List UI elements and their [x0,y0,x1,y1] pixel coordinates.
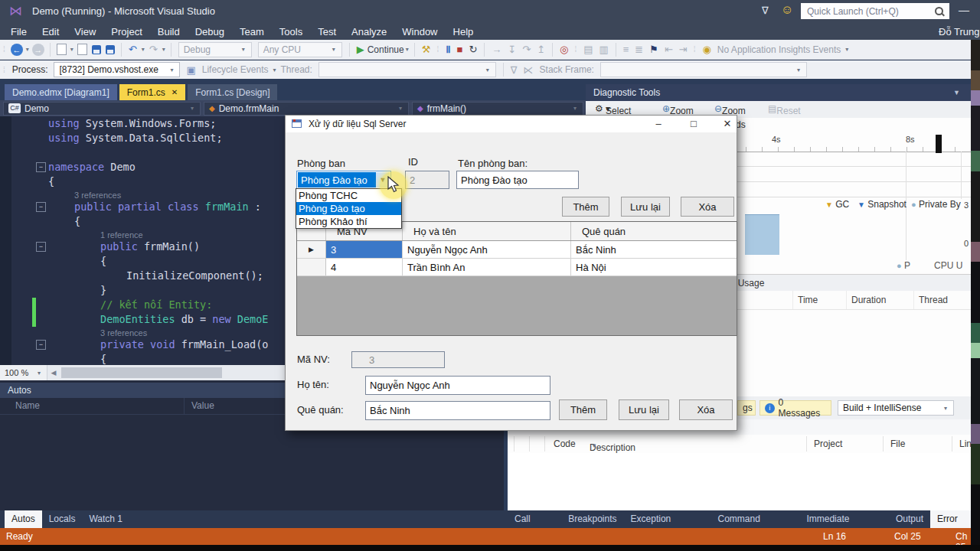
undo-icon[interactable]: ↶ [129,44,137,55]
step-into-icon[interactable]: ↧ [508,44,516,55]
redo-dropdown-icon[interactable]: ▾ [162,46,165,53]
bookmark-icon[interactable]: ⚑ [649,44,658,55]
stack-frame-select[interactable]: ▾ [600,62,807,77]
description-sort-icon[interactable]: ▼ [591,442,597,449]
lifecycle-events-button[interactable]: Lifecycle Events [202,64,269,75]
step-over-icon[interactable]: ↷ [522,44,531,55]
grid-cell[interactable]: Bắc Ninh [571,241,737,258]
member-select[interactable]: ◆frmMain() ▾ [412,102,583,116]
ma-nv-field[interactable]: 3 [351,351,445,368]
column-code[interactable]: Code [554,439,576,449]
column-time[interactable]: Time [798,295,818,305]
lifecycle-dropdown-icon[interactable]: ▾ [273,67,276,73]
column-file[interactable]: File [890,439,905,449]
new-file-dropdown-icon[interactable]: ▾ [70,46,74,53]
tab-locals[interactable]: Locals [42,510,83,528]
error-source-filter-select[interactable]: Build + IntelliSense ▾ [838,400,954,416]
redo-icon[interactable]: ↷ [149,44,158,55]
menu-view[interactable]: View [67,26,103,37]
project-select[interactable]: C#Demo ▾ [3,102,201,116]
xoa-button-bottom[interactable]: Xóa [679,399,733,420]
menu-help[interactable]: Help [446,26,482,37]
table-row[interactable]: ▶3Nguyễn Ngọc AnhBắc Ninh [297,241,737,259]
dialog-title-bar[interactable]: Xử lý dữ liệu Sql Server – □ ✕ [286,116,737,132]
column-duration[interactable]: Duration [851,295,886,305]
fold-toggle-icon[interactable]: − [36,242,46,252]
save-icon[interactable] [92,45,101,54]
dropdown-item[interactable]: Phòng Đào tạo [296,202,401,215]
insights-dropdown-icon[interactable]: ▾ [845,46,848,53]
tab-call-stack[interactable]: Call Stack [508,510,561,528]
solution-platform-select[interactable]: Any CPU▾ [258,42,342,57]
menu-debug[interactable]: Debug [188,26,232,37]
phong-ban-combobox[interactable]: Phòng Đào tạo ▼ [296,171,391,189]
toolbar-grip[interactable]: ⁞ [3,45,6,54]
grid-cell[interactable]: Trần Bình An [403,259,571,276]
them-button-top[interactable]: Thêm [562,197,609,217]
tab-autos[interactable]: Autos [5,510,42,528]
menu-test[interactable]: Test [310,26,344,37]
panel-dropdown-icon[interactable]: ▼ [953,84,960,101]
xoa-button-top[interactable]: Xóa [681,197,734,217]
grid-cell[interactable]: Hà Nội [571,259,737,276]
grid-cell[interactable]: Nguyễn Ngọc Anh [403,241,571,258]
continue-play-icon[interactable]: ▶ [357,44,364,55]
filter-flag-icon[interactable]: ∇ [511,64,518,76]
fold-toggle-icon[interactable]: − [36,162,46,172]
tab-immediate-window[interactable]: Immediate Window [799,510,889,528]
tab-watch-1[interactable]: Watch 1 [82,510,129,528]
dropdown-item[interactable]: Phòng Khảo thí [296,215,401,228]
list-alt-icon[interactable]: ▥ [599,44,608,55]
quick-launch-input[interactable]: Quick Launch (Ctrl+Q) [801,3,949,19]
editor-zoom-select[interactable]: 100 %▾ [0,365,47,380]
next-bookmark-icon[interactable]: ⇥ [679,44,688,55]
save-all-icon[interactable] [106,45,115,54]
stop-debugging-icon[interactable]: ■ [457,44,463,55]
menu-edit[interactable]: Edit [34,26,67,37]
undo-dropdown-icon[interactable]: ▾ [142,46,145,53]
table-row[interactable]: 4Trần Bình AnHà Nội [297,259,737,276]
menu-tools[interactable]: Tools [272,26,310,37]
attach-icon[interactable]: ⚒ [422,44,431,55]
id-field[interactable]: 2 [405,171,449,189]
indent-icon[interactable]: ≡ [623,44,629,55]
dialog-minimize-button[interactable]: – [647,117,670,131]
grid-cell[interactable]: 4 [326,259,403,276]
tab-demo-edmx[interactable]: Demo.edmx [Diagram1] [5,84,117,100]
fold-toggle-icon[interactable]: − [36,340,46,350]
menu-window[interactable]: Window [394,26,445,37]
restart-icon[interactable]: ↻ [469,44,477,55]
menu-analyze[interactable]: Analyze [344,26,394,37]
zoom-out-button[interactable]: ⊖ Zoom Out [714,103,722,114]
warnings-filter-fragment[interactable]: gs [737,400,756,416]
select-tools-button[interactable]: ⚙ Select Tools ▾ [595,103,610,114]
column-line[interactable]: Lin [959,439,972,449]
outdent-icon[interactable]: ≣ [635,44,643,55]
continue-dropdown-icon[interactable]: ▾ [406,46,409,53]
autos-column-value[interactable]: Value [191,400,214,411]
thread-select[interactable]: ▾ [318,62,496,77]
navigate-back-icon[interactable]: ← [11,44,23,56]
step-out-icon[interactable]: ↥ [537,44,545,55]
show-next-statement-icon[interactable]: → [492,44,501,55]
dialog-maximize-button[interactable]: □ [682,117,705,131]
ten-phong-ban-field[interactable]: Phòng Đào tạo [456,171,579,189]
navigate-back-dropdown-icon[interactable]: ▾ [26,46,29,53]
menu-project[interactable]: Project [103,26,149,37]
column-que-quan[interactable]: Quê quán [571,222,737,240]
luu-lai-button-bottom[interactable]: Lưu lại [619,399,669,420]
menu-file[interactable]: File [3,26,34,37]
feedback-smiley-icon[interactable]: ☺ [781,3,793,17]
diagnostic-tools-title[interactable]: Diagnostic Tools ▼ [586,84,971,101]
row-header[interactable] [297,259,326,276]
list-icon[interactable]: ▤ [583,44,593,55]
tab-form1-cs-design[interactable]: Form1.cs [Design] [188,84,277,100]
hscroll-thumb[interactable] [61,367,222,378]
toolbar-grip-2[interactable]: ⁞ [3,66,6,74]
them-button-bottom[interactable]: Thêm [559,399,607,420]
process-select[interactable]: [8732] Demo.vshost.exe▾ [54,62,180,77]
timeline-current-marker[interactable] [936,135,942,153]
type-select[interactable]: ◆Demo.frmMain ▾ [204,102,409,116]
tab-form1-cs[interactable]: Form1.cs ✕ [119,84,185,100]
hscroll-left-arrow-icon[interactable]: ◀ [47,365,60,380]
